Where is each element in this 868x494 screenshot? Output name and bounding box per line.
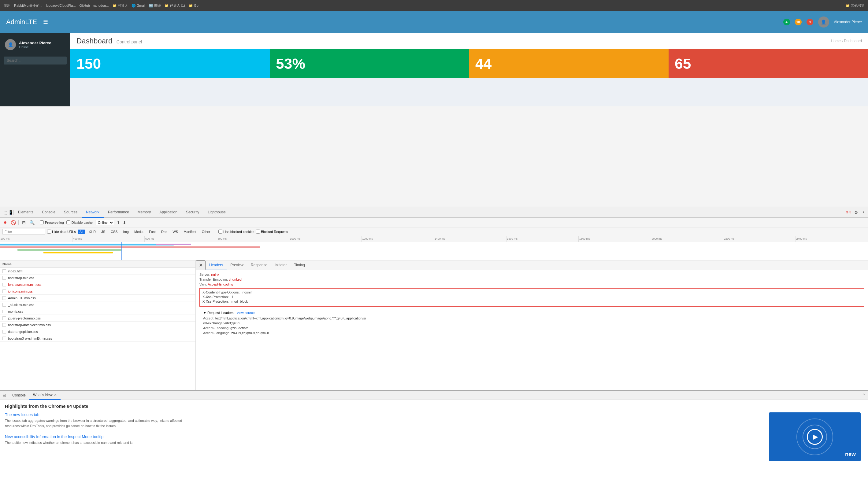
preserve-log-label[interactable]: Preserve log <box>40 221 64 224</box>
file-icon <box>2 276 6 280</box>
topbar-imported1[interactable]: 📁 已导入 <box>113 3 128 8</box>
upload-icon[interactable]: ⬆ <box>116 220 120 225</box>
bottom-tab-console[interactable]: Console <box>8 391 29 400</box>
filter-input[interactable] <box>2 229 45 234</box>
disable-cache-checkbox[interactable] <box>67 221 70 224</box>
timeline-mark-600: 600 ms <box>145 236 217 242</box>
file-icon <box>2 296 6 300</box>
whats-new-close-button[interactable]: ✕ <box>54 393 57 397</box>
news-title-1[interactable]: The new Issues tab <box>5 412 767 417</box>
clear-button[interactable]: 🚫 <box>11 220 16 225</box>
list-item[interactable]: font-awesome.min.css <box>0 281 196 288</box>
filter-toggle-button[interactable]: ⊟ <box>21 220 26 225</box>
list-item[interactable]: daterangepicker.css <box>0 328 196 335</box>
list-item[interactable]: ionicons.min.css <box>0 288 196 295</box>
breadcrumb-home[interactable]: Home <box>831 39 841 43</box>
devtools-device-button[interactable]: 📱 <box>8 210 14 215</box>
details-tab-initiator[interactable]: Initiator <box>271 261 290 270</box>
sidebar-toggle-button[interactable]: ☰ <box>43 19 48 25</box>
details-tab-headers[interactable]: Headers <box>205 261 227 270</box>
settings-icon[interactable]: ⚙ <box>854 210 858 215</box>
tab-network[interactable]: Network <box>82 207 104 218</box>
tab-performance[interactable]: Performance <box>104 207 133 218</box>
filter-type-font[interactable]: Font <box>147 230 158 234</box>
page-subtitle: Control panel <box>116 39 142 44</box>
bottom-tabs: ⊟ Console What's New ✕ ⌃ <box>0 391 868 400</box>
filter-type-media[interactable]: Media <box>132 230 145 234</box>
list-item[interactable]: morris.css <box>0 308 196 315</box>
list-item[interactable]: bootstrap.min.css <box>0 274 196 281</box>
news-title-2[interactable]: New accessibility information in the Ins… <box>5 434 767 439</box>
header-value: Accept-Encoding <box>208 283 233 286</box>
file-icon <box>2 310 6 314</box>
tab-security[interactable]: Security <box>182 207 203 218</box>
tab-application[interactable]: Application <box>155 207 182 218</box>
network-throttle-select[interactable]: Online <box>95 220 114 225</box>
topbar-translate[interactable]: 🔤 翻译 <box>149 3 161 8</box>
file-icon <box>2 323 6 327</box>
devtools-inspect-button[interactable]: ⬚ <box>2 210 8 215</box>
view-source-link[interactable]: view source <box>237 311 255 315</box>
topbar-imported2[interactable]: 📁 已导入 (1) <box>165 3 185 8</box>
record-button[interactable]: ● <box>2 220 8 225</box>
sidebar-search[interactable] <box>0 54 70 67</box>
bottom-tab-whats-new[interactable]: What's New ✕ <box>29 391 60 400</box>
filter-type-doc[interactable]: Doc <box>159 230 169 234</box>
topbar-cloudflare[interactable]: luodaoyi/CloudFla... <box>46 4 76 7</box>
filter-type-img[interactable]: Img <box>122 230 131 234</box>
list-item[interactable]: jquery-jvectormap.css <box>0 315 196 322</box>
hide-data-urls-label[interactable]: Hide data URLs <box>47 230 76 233</box>
filter-type-all[interactable]: All <box>78 230 85 234</box>
blocked-requests-checkbox[interactable] <box>256 230 260 233</box>
has-blocked-cookies-checkbox[interactable] <box>218 230 222 233</box>
play-button[interactable]: ▶ <box>807 429 823 445</box>
filter-type-manifest[interactable]: Manifest <box>182 230 198 234</box>
topbar-github[interactable]: GitHub - nanodog... <box>79 4 109 7</box>
security-headers-highlight: X-Content-Type-Options: : nosniff X-Xss-… <box>199 288 864 307</box>
filter-separator <box>215 229 215 234</box>
filter-type-xhr[interactable]: XHR <box>87 230 97 234</box>
list-item[interactable]: bootstrap3-wysihtml5.min.css <box>0 335 196 342</box>
download-icon[interactable]: ⬇ <box>123 220 126 225</box>
file-icon <box>2 317 6 320</box>
details-tab-preview[interactable]: Preview <box>227 261 247 270</box>
filter-type-js[interactable]: JS <box>99 230 107 234</box>
filter-type-ws[interactable]: WS <box>171 230 180 234</box>
tab-lighthouse[interactable]: Lighthouse <box>203 207 230 218</box>
topbar-gmail[interactable]: 🌐 Gmail <box>131 4 146 8</box>
tab-memory[interactable]: Memory <box>133 207 155 218</box>
topbar-other-books[interactable]: 📁 其他书签 <box>846 3 864 8</box>
file-icon <box>2 269 6 273</box>
search-button[interactable]: 🔍 <box>29 220 35 225</box>
list-item[interactable]: _all-skins.min.css <box>0 301 196 308</box>
timeline-ruler: 200 ms 400 ms 600 ms 800 ms 1000 ms 1200… <box>0 236 868 242</box>
tab-sources[interactable]: Sources <box>60 207 82 218</box>
list-item[interactable]: AdminLTE.min.css <box>0 295 196 301</box>
tab-console[interactable]: Console <box>38 207 60 218</box>
bottom-panel-expand[interactable]: ⌃ <box>862 393 866 398</box>
sidebar: 👤 Alexander Pierce Online <box>0 33 70 107</box>
devtools-timeline: 200 ms 400 ms 600 ms 800 ms 1000 ms 1200… <box>0 236 868 261</box>
logo-bold: Admin <box>6 18 25 26</box>
hide-data-urls-checkbox[interactable] <box>47 230 51 233</box>
logo-light: LTE <box>25 18 37 26</box>
more-options-icon[interactable]: ⋮ <box>861 210 866 215</box>
file-name: morris.css <box>8 310 23 314</box>
timeline-mark-200: 200 ms <box>0 236 73 242</box>
filter-type-other[interactable]: Other <box>200 230 212 234</box>
disable-cache-label[interactable]: Disable cache <box>67 221 93 224</box>
details-close-button[interactable]: ✕ <box>196 261 205 270</box>
topbar-rabbitmq[interactable]: RabbitMq 最全的... <box>14 3 42 8</box>
tab-elements[interactable]: Elements <box>14 207 38 218</box>
has-blocked-cookies-label[interactable]: Has blocked cookies <box>218 230 254 233</box>
filter-type-css[interactable]: CSS <box>109 230 119 234</box>
preserve-log-checkbox[interactable] <box>40 221 44 224</box>
topbar-go[interactable]: 📁 Go <box>189 4 199 8</box>
details-tab-timing[interactable]: Timing <box>290 261 309 270</box>
search-input[interactable] <box>4 57 67 64</box>
file-name: AdminLTE.min.css <box>8 296 36 300</box>
details-tab-response[interactable]: Response <box>247 261 271 270</box>
list-item[interactable]: bootstrap-datepicker.min.css <box>0 322 196 328</box>
list-item[interactable]: index.html <box>0 268 196 274</box>
blocked-requests-label[interactable]: Blocked Requests <box>256 230 288 233</box>
